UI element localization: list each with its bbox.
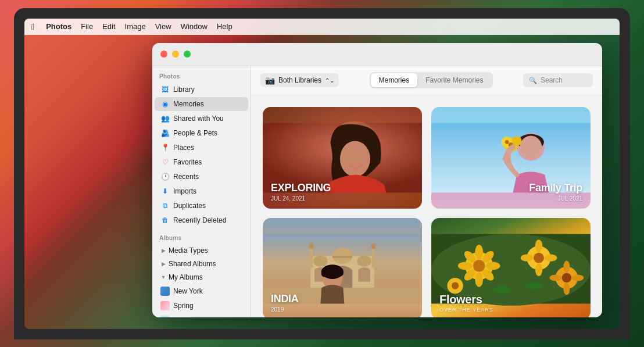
sardinia-thumb: [160, 316, 170, 317]
svg-point-6: [520, 135, 542, 159]
svg-point-34: [458, 262, 473, 270]
sidebar-item-imports[interactable]: ⬇ Imports: [155, 184, 248, 198]
spring-thumb: [160, 301, 170, 310]
people-icon: 🫂: [160, 128, 170, 138]
memory-title-flowers: Flowers: [439, 293, 493, 306]
svg-point-43: [535, 263, 542, 276]
trash-icon: 🗑: [160, 216, 170, 225]
tab-favorite-memories[interactable]: Favorite Memories: [417, 73, 491, 87]
memory-label-india: INDIA 2019: [271, 294, 299, 313]
laptop-frame:  Photos File Edit Image View Window Hel…: [14, 8, 630, 339]
close-button[interactable]: [160, 51, 167, 58]
memory-card-family-trip[interactable]: Family Trip JUL 2021: [431, 107, 591, 209]
svg-point-45: [545, 254, 557, 261]
sidebar-label-spring: Spring: [173, 302, 194, 310]
menubar:  Photos File Edit Image View Window Hel…: [24, 19, 620, 35]
sidebar-item-sardinia[interactable]: Sardinia: [155, 313, 248, 317]
minimize-button[interactable]: [172, 51, 179, 58]
sidebar-item-duplicates[interactable]: ⧉ Duplicates: [155, 199, 248, 213]
memory-card-india[interactable]: INDIA 2019: [263, 218, 422, 317]
photos-window: Photos 🖼 Library ◉ Memories 👥 Shared wit…: [152, 43, 602, 317]
memory-label-family-trip: Family Trip JUL 2021: [529, 183, 582, 202]
memories-icon: ◉: [160, 99, 170, 109]
chevron-right-icon: ▶: [160, 248, 166, 253]
menu-file[interactable]: File: [81, 22, 93, 31]
memory-card-flowers[interactable]: Flowers OVER THE YEARS: [431, 218, 591, 317]
sidebar-item-spring[interactable]: Spring: [155, 299, 248, 313]
svg-point-27: [337, 270, 344, 276]
chevron-right-icon-2: ▶: [160, 261, 166, 267]
memory-date-india: 2019: [271, 306, 299, 313]
svg-point-11: [505, 140, 509, 144]
tab-memories[interactable]: Memories: [371, 73, 418, 87]
sidebar-label-imports: Imports: [173, 187, 196, 195]
sidebar-item-new-york[interactable]: New York: [155, 284, 248, 298]
memory-title-exploring: EXPLORING: [271, 183, 331, 194]
svg-point-50: [549, 274, 561, 281]
main-content: 📷 Both Libraries ⌃⌄ Memories Favorite Me…: [251, 66, 602, 317]
library-selector[interactable]: 📷 Both Libraries ⌃⌄: [260, 73, 339, 87]
memory-date-exploring: JUL 24, 2021: [271, 195, 331, 202]
memory-title-india: INDIA: [271, 294, 299, 305]
sidebar-label-places: Places: [173, 144, 194, 152]
svg-point-53: [452, 282, 459, 289]
app-name[interactable]: Photos: [46, 22, 71, 31]
recents-icon: 🕐: [160, 172, 170, 181]
svg-point-32: [475, 245, 483, 259]
group-label-shared-albums: Shared Albums: [169, 260, 216, 268]
card-bg-family-trip: Family Trip JUL 2021: [431, 107, 591, 209]
sidebar-label-recently-deleted: Recently Deleted: [173, 216, 226, 224]
group-label-media-types: Media Types: [169, 246, 208, 255]
svg-point-16: [357, 255, 371, 266]
menu-window[interactable]: Window: [181, 22, 207, 31]
library-selector-label: Both Libraries: [278, 76, 321, 84]
menu-edit[interactable]: Edit: [102, 22, 115, 31]
svg-point-48: [563, 260, 570, 273]
memory-subtitle-flowers: OVER THE YEARS: [439, 307, 493, 313]
svg-point-18: [309, 242, 313, 249]
search-box[interactable]: 🔍 Search: [523, 73, 593, 87]
favorites-icon: ♡: [160, 158, 170, 167]
card-bg-flowers: Flowers OVER THE YEARS: [431, 218, 591, 317]
svg-point-42: [535, 239, 542, 252]
menu-image[interactable]: Image: [125, 22, 146, 31]
sidebar-group-media-types[interactable]: ▶ Media Types: [155, 244, 248, 257]
sidebar-item-favorites[interactable]: ♡ Favorites: [155, 155, 248, 169]
svg-point-2: [340, 141, 370, 177]
sidebar-item-memories[interactable]: ◉ Memories: [155, 97, 248, 111]
sidebar-item-recently-deleted[interactable]: 🗑 Recently Deleted: [155, 213, 248, 227]
menu-view[interactable]: View: [155, 22, 171, 31]
svg-point-41: [534, 252, 544, 263]
maximize-button[interactable]: [184, 51, 191, 58]
svg-point-31: [473, 260, 485, 272]
tab-group: Memories Favorite Memories: [370, 72, 493, 88]
screen-area:  Photos File Edit Image View Window Hel…: [24, 19, 620, 329]
memory-card-exploring[interactable]: EXPLORING JUL 24, 2021: [263, 107, 422, 209]
card-bg-exploring: EXPLORING JUL 24, 2021: [263, 107, 422, 209]
svg-point-20: [371, 242, 375, 249]
sidebar-item-people-pets[interactable]: 🫂 People & Pets: [155, 126, 248, 140]
window-titlebar: [152, 43, 602, 66]
sidebar-group-shared-albums[interactable]: ▶ Shared Albums: [155, 257, 248, 270]
sidebar-group-my-albums[interactable]: ▼ My Albums: [155, 271, 248, 284]
chevron-up-down-icon: ⌃⌄: [325, 77, 334, 84]
svg-point-25: [325, 267, 332, 274]
sidebar-item-library[interactable]: 🖼 Library: [155, 83, 248, 96]
sidebar-item-shared-with-you[interactable]: 👥 Shared with You: [155, 112, 248, 126]
menu-help[interactable]: Help: [217, 22, 232, 31]
sidebar-label-people: People & Pets: [173, 129, 217, 137]
svg-point-47: [562, 273, 571, 282]
apple-menu-icon[interactable]: : [31, 22, 34, 31]
svg-point-15: [313, 255, 328, 266]
albums-section-label: Albums: [152, 228, 251, 244]
sidebar-item-recents[interactable]: 🕐 Recents: [155, 170, 248, 184]
new-york-thumb: [160, 287, 170, 296]
sidebar-label-shared: Shared with You: [173, 115, 224, 123]
memory-title-family-trip: Family Trip: [529, 183, 582, 194]
svg-rect-19: [372, 246, 375, 268]
svg-point-14: [332, 248, 352, 263]
memory-date-family-trip: JUL 2021: [529, 195, 582, 202]
sidebar-label-sardinia: Sardinia: [173, 316, 199, 317]
sidebar-item-places[interactable]: 📍 Places: [155, 141, 248, 155]
search-icon: 🔍: [529, 77, 537, 84]
